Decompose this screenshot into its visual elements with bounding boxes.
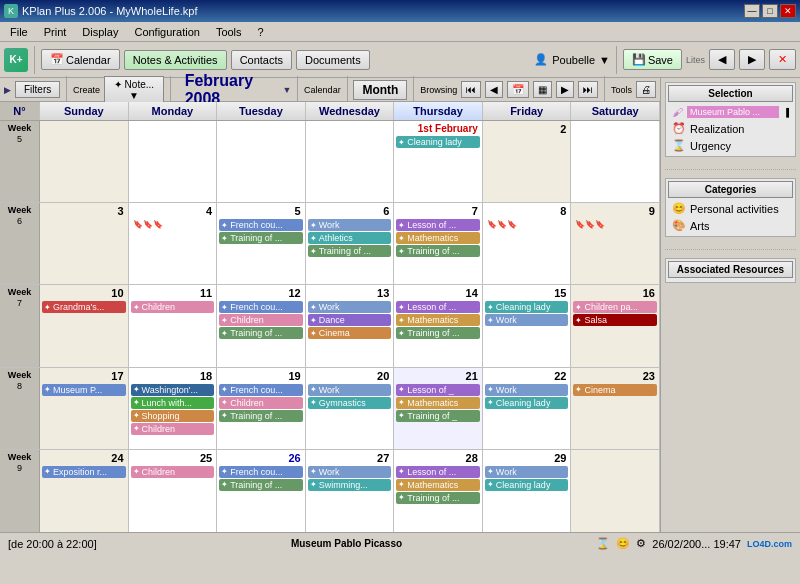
event-math-21[interactable]: ✦Mathematics [396, 397, 480, 409]
day-cell-25[interactable]: 25 ✦Children [129, 450, 218, 532]
event-museum-17[interactable]: ✦Museum P... [42, 384, 126, 396]
save-button[interactable]: 💾 Save [623, 49, 682, 70]
event-cleaning-29[interactable]: ✦Cleaning lady [485, 479, 569, 491]
event-training-28[interactable]: ✦Training of ... [396, 492, 480, 504]
event-math-28[interactable]: ✦Mathematics [396, 479, 480, 491]
event-children-25[interactable]: ✦Children [131, 466, 215, 478]
day-cell-16[interactable]: 16 ✦Children pa... ✦Salsa [571, 285, 660, 366]
day-cell-22[interactable]: 22 ✦Work ✦Cleaning lady [483, 368, 572, 449]
selection-item-urgency[interactable]: ⌛ Urgency [668, 137, 793, 154]
event-work-6[interactable]: ✦Work [308, 219, 392, 231]
event-icons-8[interactable]: 🔖🔖🔖 [485, 219, 569, 230]
event-gymnastics-20[interactable]: ✦Gymnastics [308, 397, 392, 409]
event-swimming-27[interactable]: ✦Swimming... [308, 479, 392, 491]
event-work-13[interactable]: ✦Work [308, 301, 392, 313]
day-cell-26[interactable]: 26 ✦French cou... ✦Training of ... [217, 450, 306, 532]
day-cell-6[interactable]: 6 ✦Work ✦Athletics ✦Training of ... [306, 203, 395, 284]
day-cell-27[interactable]: 27 ✦Work ✦Swimming... [306, 450, 395, 532]
day-cell-12[interactable]: 12 ✦French cou... ✦Children ✦Training of… [217, 285, 306, 366]
event-work-27[interactable]: ✦Work [308, 466, 392, 478]
day-cell-29[interactable]: 29 ✦Work ✦Cleaning lady [483, 450, 572, 532]
category-personal[interactable]: 😊 Personal activities [668, 200, 793, 217]
menu-tools[interactable]: Tools [208, 24, 250, 40]
day-cell-28[interactable]: 28 ✦Lesson of ... ✦Mathematics ✦Training… [394, 450, 483, 532]
event-icons-9[interactable]: 🔖🔖🔖 [573, 219, 657, 230]
day-cell-5[interactable]: 5 ✦French cou... ✦Training of ... [217, 203, 306, 284]
event-training-6[interactable]: ✦Training of ... [308, 245, 392, 257]
event-athletics-6[interactable]: ✦Athletics [308, 232, 392, 244]
day-cell-empty-2[interactable] [129, 121, 218, 202]
event-lesson-28[interactable]: ✦Lesson of ... [396, 466, 480, 478]
event-french-19[interactable]: ✦French cou... [219, 384, 303, 396]
day-cell-11[interactable]: 11 ✦Children [129, 285, 218, 366]
nav-cal-view-button[interactable]: 📅 [507, 81, 529, 98]
event-grandma-10[interactable]: ✦Grandma's... [42, 301, 126, 313]
event-childrenpa-16[interactable]: ✦Children pa... [573, 301, 657, 313]
event-french-12[interactable]: ✦French cou... [219, 301, 303, 313]
note-create-button[interactable]: ✦ Note... ▼ [104, 76, 164, 104]
day-cell-4[interactable]: 4 🔖🔖🔖 [129, 203, 218, 284]
day-cell-10[interactable]: 10 ✦Grandma's... [40, 285, 129, 366]
day-cell-19[interactable]: 19 ✦French cou... ✦Children ✦Training of… [217, 368, 306, 449]
dropdown-calendar-icon[interactable]: ▼ [282, 85, 291, 95]
menu-display[interactable]: Display [74, 24, 126, 40]
event-lunch-18[interactable]: ✦Lunch with... [131, 397, 215, 409]
event-work-20[interactable]: ✦Work [308, 384, 392, 396]
menu-print[interactable]: Print [36, 24, 75, 40]
day-cell-14[interactable]: 14 ✦Lesson of ... ✦Mathematics ✦Training… [394, 285, 483, 366]
event-dance-13[interactable]: ✦Dance [308, 314, 392, 326]
day-cell-7[interactable]: 7 ✦Lesson of ... ✦Mathematics ✦Training … [394, 203, 483, 284]
day-cell-empty-4[interactable] [306, 121, 395, 202]
event-cinema-23[interactable]: ✦Cinema [573, 384, 657, 396]
day-cell-20[interactable]: 20 ✦Work ✦Gymnastics [306, 368, 395, 449]
event-icons-4[interactable]: 🔖🔖🔖 [131, 219, 215, 230]
nav-forward-button[interactable]: ▶ [739, 49, 765, 70]
nav-prev-button[interactable]: ◀ [485, 81, 503, 98]
event-training-5[interactable]: ✦Training of ... [219, 232, 303, 244]
main-tab-documents[interactable]: Documents [296, 50, 370, 70]
event-children-19[interactable]: ✦Children [219, 397, 303, 409]
event-cleaning-lady-1[interactable]: ✦Cleaning lady [396, 136, 480, 148]
nav-last-button[interactable]: ⏭ [578, 81, 598, 98]
menu-help[interactable]: ? [250, 24, 272, 40]
event-expo-24[interactable]: ✦Exposition r... [42, 466, 126, 478]
event-work-22[interactable]: ✦Work [485, 384, 569, 396]
event-math-7[interactable]: ✦Mathematics [396, 232, 480, 244]
event-training-12[interactable]: ✦Training of ... [219, 327, 303, 339]
event-children-18[interactable]: ✦Children [131, 423, 215, 435]
event-training-19[interactable]: ✦Training of ... [219, 410, 303, 422]
event-lesson-14[interactable]: ✦Lesson of ... [396, 301, 480, 313]
event-work-15[interactable]: ✦Work [485, 314, 569, 326]
event-training-21[interactable]: ✦Training of _ [396, 410, 480, 422]
category-arts[interactable]: 🎨 Arts [668, 217, 793, 234]
menu-file[interactable]: File [2, 24, 36, 40]
event-french-26[interactable]: ✦French cou... [219, 466, 303, 478]
day-cell-24[interactable]: 24 ✦Exposition r... [40, 450, 129, 532]
day-cell-3[interactable]: 3 [40, 203, 129, 284]
day-cell-21[interactable]: 21 ✦Lesson of _ ✦Mathematics ✦Training o… [394, 368, 483, 449]
filters-button[interactable]: Filters [15, 81, 60, 98]
day-cell-empty-5[interactable] [571, 121, 660, 202]
event-training-7[interactable]: ✦Training of ... [396, 245, 480, 257]
day-cell-empty-end[interactable] [571, 450, 660, 532]
event-children-11[interactable]: ✦Children [131, 301, 215, 313]
event-work-29[interactable]: ✦Work [485, 466, 569, 478]
day-cell-8[interactable]: 8 🔖🔖🔖 [483, 203, 572, 284]
maximize-button[interactable]: □ [762, 4, 778, 18]
event-cinema-13[interactable]: ✦Cinema [308, 327, 392, 339]
day-cell-9[interactable]: 9 🔖🔖🔖 [571, 203, 660, 284]
day-cell-13[interactable]: 13 ✦Work ✦Dance ✦Cinema [306, 285, 395, 366]
nav-back-button[interactable]: ◀ [709, 49, 735, 70]
main-tab-notes[interactable]: Notes & Activities [124, 50, 227, 70]
day-cell-18[interactable]: 18 ✦Washington'... ✦Lunch with... ✦Shopp… [129, 368, 218, 449]
day-cell-empty-1[interactable] [40, 121, 129, 202]
nav-grid-button[interactable]: ▦ [533, 81, 552, 98]
event-cleaning-15[interactable]: ✦Cleaning lady [485, 301, 569, 313]
selection-item-realization[interactable]: ⏰ Realization [668, 120, 793, 137]
main-tab-contacts[interactable]: Contacts [231, 50, 292, 70]
event-training-14[interactable]: ✦Training of ... [396, 327, 480, 339]
dropdown-arrow-user[interactable]: ▼ [599, 54, 610, 66]
nav-first-button[interactable]: ⏮ [461, 81, 481, 98]
event-math-14[interactable]: ✦Mathematics [396, 314, 480, 326]
close-button[interactable]: ✕ [780, 4, 796, 18]
